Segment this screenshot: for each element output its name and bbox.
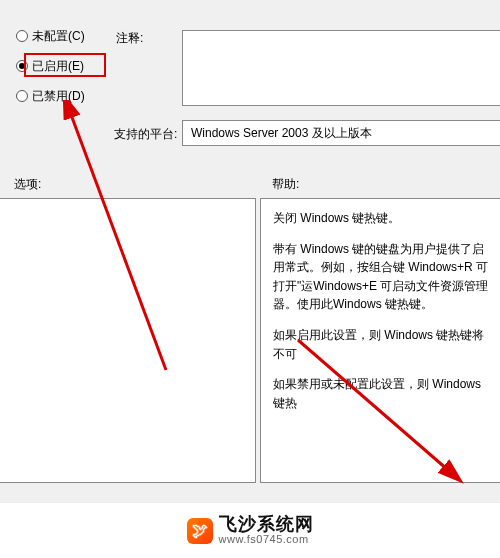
watermark-logo-icon: 🕊 xyxy=(187,518,213,544)
radio-enabled[interactable]: 已启用(E) xyxy=(14,54,102,78)
comment-textarea[interactable] xyxy=(182,30,500,106)
help-panel: 关闭 Windows 键热键。 带有 Windows 键的键盘为用户提供了启用常… xyxy=(260,198,500,483)
radio-label: 未配置(C) xyxy=(32,28,85,45)
radio-icon xyxy=(16,60,28,72)
help-header: 帮助: xyxy=(272,176,299,193)
platform-label: 支持的平台: xyxy=(114,126,177,143)
watermark-brand: 飞沙系统网 xyxy=(219,515,314,534)
help-text: 关闭 Windows 键热键。 xyxy=(273,209,490,228)
radio-label: 已启用(E) xyxy=(32,58,84,75)
radio-label: 已禁用(D) xyxy=(32,88,85,105)
watermark-url: www.fs0745.com xyxy=(219,534,314,546)
radio-icon xyxy=(16,30,28,42)
options-panel xyxy=(0,198,256,483)
state-radio-group: 未配置(C) 已启用(E) 已禁用(D) xyxy=(14,24,102,114)
radio-disabled[interactable]: 已禁用(D) xyxy=(14,84,102,108)
help-text: 带有 Windows 键的键盘为用户提供了启用常式。例如，按组合键 Window… xyxy=(273,240,490,314)
radio-not-configured[interactable]: 未配置(C) xyxy=(14,24,102,48)
comment-label: 注释: xyxy=(116,30,143,47)
platform-value: Windows Server 2003 及以上版本 xyxy=(182,120,500,146)
radio-icon xyxy=(16,90,28,102)
watermark: 🕊 飞沙系统网 www.fs0745.com xyxy=(0,502,500,558)
help-text: 如果禁用或未配置此设置，则 Windows 键热 xyxy=(273,375,490,412)
options-header: 选项: xyxy=(14,176,41,193)
config-panel: 未配置(C) 已启用(E) 已禁用(D) 注释: 支持的平台: Windows … xyxy=(14,6,500,156)
help-text: 如果启用此设置，则 Windows 键热键将不可 xyxy=(273,326,490,363)
policy-editor-panel: 未配置(C) 已启用(E) 已禁用(D) 注释: 支持的平台: Windows … xyxy=(0,0,500,558)
